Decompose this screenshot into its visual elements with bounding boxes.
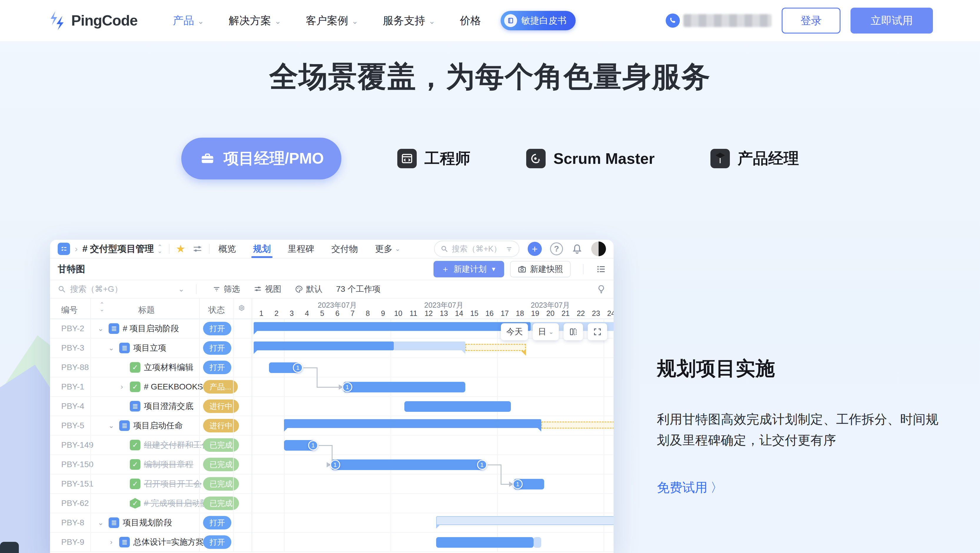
- gantt-bar-segment[interactable]: [254, 322, 531, 331]
- work-item-title[interactable]: 项目立项: [133, 342, 166, 354]
- table-row[interactable]: PBY-4≣项目澄清交底进行中: [50, 397, 251, 416]
- list-view-icon[interactable]: [596, 264, 606, 274]
- gantt-bar-segment[interactable]: [344, 382, 465, 393]
- table-row[interactable]: PBY-149✓组建交付群和工作台已完成: [50, 435, 251, 455]
- table-row[interactable]: PBY-9›≣总体设计=实施方案（...打开: [50, 533, 251, 552]
- nav-item-产品[interactable]: 产品⌄: [173, 14, 204, 28]
- column-settings-gear-icon[interactable]: [237, 304, 246, 313]
- role-tab-产品经理[interactable]: 产品经理: [710, 148, 799, 169]
- table-row[interactable]: PBY-151✓召开项目开工会已完成: [50, 475, 251, 494]
- chevron-down-icon[interactable]: ⌄: [178, 285, 184, 293]
- trial-button[interactable]: 立即试用: [851, 8, 933, 33]
- gantt-bar-segment[interactable]: [533, 537, 541, 548]
- work-item-title[interactable]: 项目规划阶段: [123, 517, 172, 528]
- free-trial-link[interactable]: 免费试用 〉: [657, 479, 723, 496]
- user-avatar[interactable]: [591, 242, 606, 256]
- create-button[interactable]: +: [528, 242, 542, 256]
- status-badge[interactable]: 打开: [203, 536, 231, 549]
- table-row[interactable]: PBY-88✓立项材料编辑打开: [50, 358, 251, 377]
- work-item-title[interactable]: 项目启动任命: [133, 420, 183, 431]
- gantt-bar-segment[interactable]: [284, 419, 541, 428]
- brand-logo[interactable]: PingCode: [49, 11, 137, 30]
- status-badge[interactable]: 打开: [203, 341, 231, 355]
- nav-item-价格[interactable]: 价格: [460, 14, 481, 28]
- chevron-down-icon[interactable]: ⌄: [96, 324, 105, 333]
- work-item-title[interactable]: 编制项目章程: [144, 459, 193, 470]
- chevron-down-icon[interactable]: ⌄: [107, 421, 116, 430]
- work-item-title[interactable]: 立项材料编辑: [144, 362, 193, 373]
- work-item-title[interactable]: 召开项目开工会: [144, 478, 202, 489]
- tab-规划[interactable]: 规划: [253, 240, 271, 258]
- filter-button[interactable]: 筛选: [213, 284, 240, 295]
- work-item-search-input[interactable]: 搜索（⌘+G） ⌄: [58, 284, 184, 295]
- project-icon[interactable]: [58, 243, 70, 255]
- table-row[interactable]: PBY-150✓编制项目章程已完成: [50, 455, 251, 475]
- gantt-bar-segment[interactable]: [331, 459, 484, 470]
- global-search-input[interactable]: 搜索（⌘+K）: [434, 241, 519, 257]
- sort-icon[interactable]: ⌃⌄: [99, 302, 105, 311]
- fullscreen-button[interactable]: [588, 323, 607, 340]
- whitepaper-badge[interactable]: 敏捷白皮书: [501, 11, 576, 30]
- status-badge[interactable]: 打开: [203, 516, 231, 529]
- view-settings-button[interactable]: 视图: [254, 284, 282, 295]
- table-row[interactable]: PBY-2⌄≣# 项目启动阶段打开: [50, 319, 251, 338]
- column-status[interactable]: 状态: [208, 304, 225, 316]
- nav-item-服务支持[interactable]: 服务支持⌄: [383, 14, 435, 28]
- status-badge[interactable]: 打开: [203, 322, 231, 335]
- table-row[interactable]: PBY-1›✓# GEEKBOOKS 极...产品...: [50, 377, 251, 397]
- dependency-badge[interactable]: 1: [342, 382, 352, 392]
- work-item-title[interactable]: # 项目启动阶段: [123, 323, 179, 334]
- table-row[interactable]: PBY-5⌄≣项目启动任命进行中: [50, 416, 251, 435]
- project-switcher-icon[interactable]: ⌃⌄: [158, 245, 162, 253]
- table-row[interactable]: PBY-8⌄≣项目规划阶段打开: [50, 513, 251, 533]
- table-row[interactable]: PBY-3⌄≣项目立项打开: [50, 338, 251, 358]
- column-id[interactable]: 编号: [61, 304, 78, 316]
- day-number: 9: [375, 309, 391, 318]
- role-tab-Scrum Master[interactable]: Scrum Master: [526, 149, 654, 168]
- chevron-down-icon[interactable]: ⌄: [96, 519, 105, 527]
- tips-lightbulb-icon[interactable]: [597, 284, 606, 294]
- dependency-badge[interactable]: 1: [308, 440, 318, 450]
- gantt-bar-segment[interactable]: [465, 344, 526, 351]
- gantt-bar-segment[interactable]: [541, 421, 614, 429]
- today-button[interactable]: 今天: [501, 323, 528, 340]
- chevron-right-icon[interactable]: ›: [118, 383, 126, 391]
- theme-default-button[interactable]: 默认: [295, 284, 323, 295]
- task-check-icon: ✓: [130, 478, 140, 489]
- gantt-bar-segment[interactable]: [436, 537, 533, 548]
- dependency-badge[interactable]: 1: [330, 460, 340, 470]
- gantt-bar-segment[interactable]: [254, 342, 394, 350]
- chevron-right-icon[interactable]: ›: [107, 538, 116, 546]
- tab-更多[interactable]: 更多⌄: [375, 240, 400, 258]
- scale-select[interactable]: 日 ⌄: [533, 323, 559, 340]
- gantt-bar-segment[interactable]: [404, 401, 511, 412]
- new-snapshot-button[interactable]: 新建快照: [510, 261, 571, 277]
- top-navigation: PingCode 产品⌄解决方案⌄客户案例⌄服务支持⌄价格 敏捷白皮书 登录 立…: [0, 0, 980, 41]
- work-item-title[interactable]: 项目澄清交底: [144, 400, 193, 412]
- dependency-badge[interactable]: 1: [293, 363, 303, 373]
- new-plan-button[interactable]: ＋ 新建计划 ▼: [433, 261, 504, 277]
- gantt-bar-segment[interactable]: [394, 342, 465, 350]
- gantt-bar-segment[interactable]: [436, 516, 614, 525]
- dependency-badge[interactable]: 1: [513, 479, 523, 489]
- login-button[interactable]: 登录: [782, 8, 840, 33]
- nav-item-客户案例[interactable]: 客户案例⌄: [306, 14, 358, 28]
- dependency-badge[interactable]: 1: [477, 460, 487, 470]
- role-tab-项目经理/PMO[interactable]: 项目经理/PMO: [181, 138, 342, 180]
- split-view-button[interactable]: [563, 323, 583, 340]
- swap-icon[interactable]: [192, 245, 202, 253]
- favorite-star-icon[interactable]: ★: [176, 243, 185, 255]
- chevron-down-icon[interactable]: ⌄: [107, 344, 116, 352]
- status-badge[interactable]: 产品...: [203, 380, 238, 394]
- nav-item-解决方案[interactable]: 解决方案⌄: [229, 14, 281, 28]
- project-title[interactable]: # 交付型项目管理: [83, 243, 154, 255]
- column-title[interactable]: 标题: [138, 304, 155, 316]
- tab-里程碑[interactable]: 里程碑: [288, 240, 314, 258]
- status-badge[interactable]: 打开: [203, 361, 231, 374]
- role-tab-工程师[interactable]: 工程师: [397, 148, 470, 169]
- notification-bell-icon[interactable]: [571, 243, 583, 255]
- help-icon[interactable]: ?: [550, 242, 563, 255]
- tab-交付物[interactable]: 交付物: [331, 240, 358, 258]
- table-row[interactable]: PBY-62✓# 完成项目启动阶段...已完成: [50, 494, 251, 513]
- tab-概览[interactable]: 概览: [218, 240, 236, 258]
